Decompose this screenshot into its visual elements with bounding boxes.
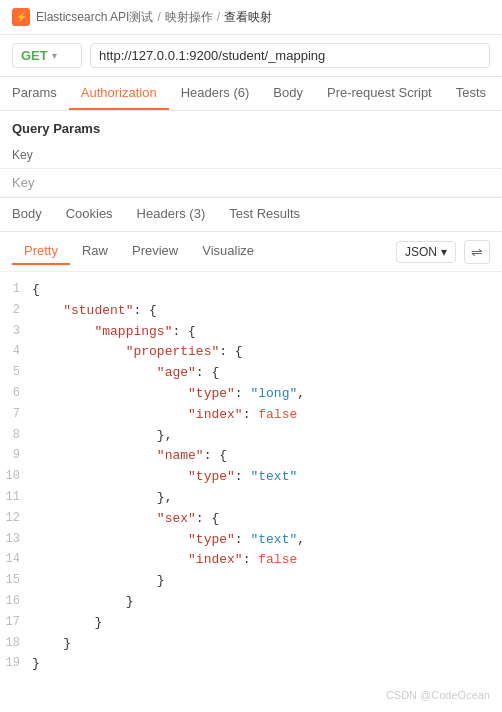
tab-body[interactable]: Body <box>261 77 315 110</box>
token: "properties" <box>126 344 220 359</box>
format-tabs-row: Pretty Raw Preview Visualize JSON ▾ ⇌ <box>0 232 502 272</box>
token <box>32 303 63 318</box>
token: , <box>297 386 305 401</box>
line-number: 11 <box>0 488 32 507</box>
line-content: "type": "text" <box>32 467 502 488</box>
line-number: 16 <box>0 592 32 611</box>
tab-test-results[interactable]: Test Results <box>217 198 312 231</box>
line-number: 7 <box>0 405 32 424</box>
breadcrumb-part2: 映射操作 <box>165 9 213 26</box>
params-table: Key Key <box>0 142 502 197</box>
line-number: 18 <box>0 634 32 653</box>
token: } <box>157 573 165 588</box>
token <box>32 532 188 547</box>
token: "type" <box>188 532 235 547</box>
token <box>32 573 157 588</box>
line-number: 14 <box>0 550 32 569</box>
code-line: 10 "type": "text" <box>0 467 502 488</box>
tab-response-headers[interactable]: Headers (3) <box>125 198 218 231</box>
token: "type" <box>188 386 235 401</box>
token <box>32 636 63 651</box>
watermark: CSDN @CodeOcean <box>0 683 502 707</box>
method-label: GET <box>21 48 48 63</box>
line-number: 9 <box>0 446 32 465</box>
json-select-label: JSON <box>405 245 437 259</box>
token <box>32 448 157 463</box>
method-dropdown[interactable]: GET ▾ <box>12 43 82 68</box>
format-tab-raw[interactable]: Raw <box>70 238 120 265</box>
token: : <box>243 407 259 422</box>
breadcrumb-sep2: / <box>217 10 220 24</box>
line-number: 8 <box>0 426 32 445</box>
line-content: { <box>32 280 502 301</box>
url-input[interactable] <box>90 43 490 68</box>
line-content: "student": { <box>32 301 502 322</box>
token: } <box>126 594 134 609</box>
params-empty-row: Key <box>0 169 502 197</box>
chevron-down-icon: ▾ <box>52 50 57 61</box>
json-format-select[interactable]: JSON ▾ <box>396 241 456 263</box>
wrap-toggle-button[interactable]: ⇌ <box>464 240 490 264</box>
line-number: 19 <box>0 654 32 673</box>
token <box>32 386 188 401</box>
code-line: 7 "index": false <box>0 405 502 426</box>
line-content: } <box>32 634 502 655</box>
line-content: "mappings": { <box>32 322 502 343</box>
line-number: 10 <box>0 467 32 486</box>
code-line: 15 } <box>0 571 502 592</box>
token: } <box>94 615 102 630</box>
token: } <box>63 636 71 651</box>
tab-cookies[interactable]: Cookies <box>54 198 125 231</box>
query-params-header: Query Params <box>0 111 502 142</box>
format-tab-pretty[interactable]: Pretty <box>12 238 70 265</box>
line-number: 5 <box>0 363 32 382</box>
line-number: 17 <box>0 613 32 632</box>
line-content: "index": false <box>32 550 502 571</box>
token: : <box>235 469 251 484</box>
line-content: } <box>32 654 502 675</box>
token: : <box>243 552 259 567</box>
code-line: 19} <box>0 654 502 675</box>
tab-headers[interactable]: Headers (6) <box>169 77 262 110</box>
code-line: 11 }, <box>0 488 502 509</box>
code-line: 8 }, <box>0 426 502 447</box>
token: : { <box>133 303 156 318</box>
token <box>32 552 188 567</box>
token <box>32 490 157 505</box>
code-line: 17 } <box>0 613 502 634</box>
code-line: 13 "type": "text", <box>0 530 502 551</box>
token: false <box>258 552 297 567</box>
token: : <box>235 386 251 401</box>
tab-tests[interactable]: Tests <box>444 77 498 110</box>
line-number: 13 <box>0 530 32 549</box>
token: "text" <box>250 532 297 547</box>
format-tab-visualize[interactable]: Visualize <box>190 238 266 265</box>
code-line: 9 "name": { <box>0 446 502 467</box>
response-tabs: Body Cookies Headers (3) Test Results <box>0 197 502 232</box>
token <box>32 428 157 443</box>
token <box>32 365 157 380</box>
token: : { <box>196 511 219 526</box>
breadcrumb-part3: 查看映射 <box>224 9 272 26</box>
code-line: 5 "age": { <box>0 363 502 384</box>
tab-pre-request[interactable]: Pre-request Script <box>315 77 444 110</box>
token: "sex" <box>157 511 196 526</box>
line-number: 6 <box>0 384 32 403</box>
line-content: }, <box>32 426 502 447</box>
line-number: 12 <box>0 509 32 528</box>
token: "age" <box>157 365 196 380</box>
line-content: "type": "long", <box>32 384 502 405</box>
tab-authorization[interactable]: Authorization <box>69 77 169 110</box>
token: "mappings" <box>94 324 172 339</box>
tab-params[interactable]: Params <box>12 77 69 110</box>
line-content: } <box>32 613 502 634</box>
format-tab-preview[interactable]: Preview <box>120 238 190 265</box>
key-placeholder: Key <box>0 169 502 197</box>
breadcrumb-part1: Elasticsearch API测试 <box>36 9 153 26</box>
token: }, <box>157 490 173 505</box>
token <box>32 511 157 526</box>
line-content: "type": "text", <box>32 530 502 551</box>
code-line: 6 "type": "long", <box>0 384 502 405</box>
code-line: 3 "mappings": { <box>0 322 502 343</box>
tab-response-body[interactable]: Body <box>12 198 54 231</box>
